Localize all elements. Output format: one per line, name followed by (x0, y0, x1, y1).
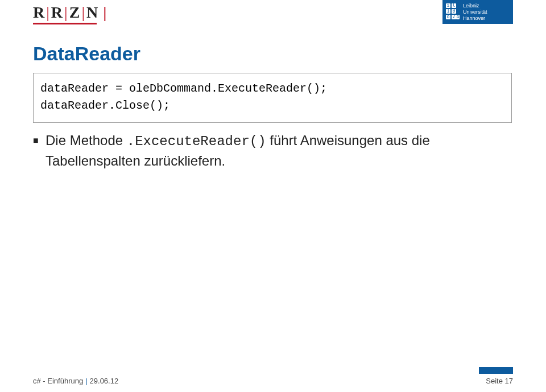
bullet-before: Die Methode (46, 133, 127, 148)
bullet-method: .ExcecuteReader() (127, 134, 266, 149)
luh-line: Universität (463, 9, 487, 15)
code-block: dataReader = oleDbCommand.ExecuteReader(… (33, 73, 512, 123)
footer-separator: | (83, 377, 89, 385)
footer-accent-bar (479, 367, 513, 374)
logo-separator: | (98, 3, 107, 21)
bullet-item: ■ Die Methode .ExcecuteReader() führt An… (33, 131, 512, 171)
logo-separator: | (80, 3, 86, 21)
bullet-list: ■ Die Methode .ExcecuteReader() führt An… (33, 131, 512, 171)
logo-separator: | (45, 3, 51, 21)
luh-line: Hannover (463, 15, 487, 22)
footer-date: 29.06.12 (90, 377, 119, 385)
footer-page: Seite 17 (486, 377, 513, 385)
slide-header: R|R|Z|N | i l 1 0 o 2 4 Leibniz Universi… (0, 0, 546, 31)
bullet-text: Die Methode .ExcecuteReader() führt Anwe… (46, 131, 512, 171)
rrzn-letter: R (33, 3, 45, 21)
slide-title: DataReader (33, 43, 140, 65)
rrzn-letter: R (51, 3, 63, 21)
rrzn-letter: Z (69, 3, 81, 21)
rrzn-logo: R|R|Z|N | (33, 3, 107, 22)
rrzn-letter: N (86, 3, 98, 21)
luh-text: Leibniz Universität Hannover (463, 3, 487, 22)
footer-course: c# - Einführung (33, 377, 83, 385)
logo-separator: | (63, 3, 69, 21)
luh-logo: i l 1 0 o 2 4 Leibniz Universität Hannov… (442, 0, 513, 24)
luh-emblem: i l 1 0 o 2 4 (445, 2, 460, 22)
luh-line: Leibniz (463, 3, 487, 9)
footer-left: c# - Einführung|29.06.12 (33, 377, 118, 385)
slide-footer: c# - Einführung|29.06.12 Seite 17 (0, 370, 546, 387)
rrzn-underline (33, 23, 97, 24)
bullet-marker: ■ (33, 131, 46, 171)
